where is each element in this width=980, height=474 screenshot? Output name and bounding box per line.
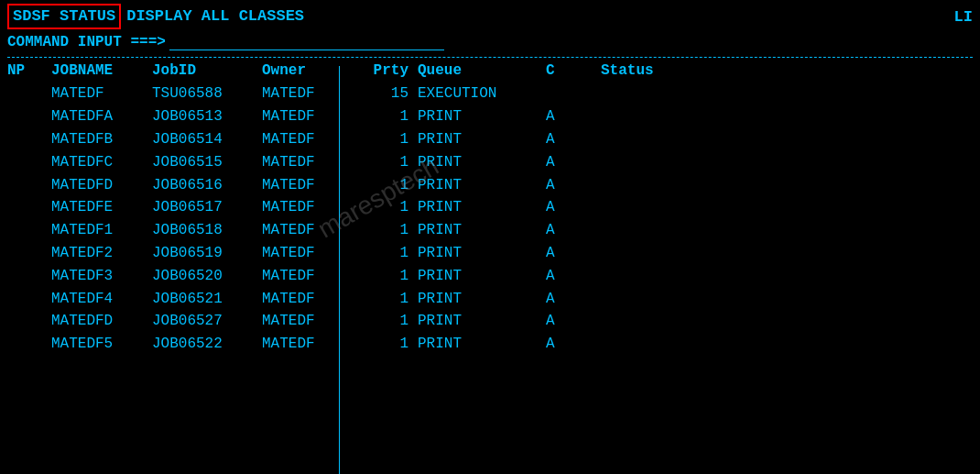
- cell-prty: 1: [363, 151, 418, 174]
- cell-queue: PRINT: [418, 128, 546, 151]
- cell-owner: MATEDF: [262, 333, 363, 356]
- cell-jobname: MATEDFA: [51, 105, 152, 128]
- cell-queue: EXECUTION: [418, 83, 546, 105]
- table-row[interactable]: MATEDFA JOB06513 MATEDF 1 PRINT A: [7, 105, 973, 128]
- cell-jobid: JOB06517: [152, 196, 262, 219]
- cell-c: A: [546, 242, 601, 265]
- cell-queue: PRINT: [418, 151, 546, 174]
- col-header-status: Status: [601, 60, 711, 83]
- col-header-jobid: JobID: [152, 60, 262, 83]
- cell-owner: MATEDF: [262, 151, 363, 174]
- cell-prty: 15: [363, 83, 418, 105]
- cell-jobid: JOB06516: [152, 174, 262, 197]
- command-label: COMMAND INPUT ===>: [7, 31, 166, 53]
- cell-jobname: MATEDF2: [51, 242, 152, 265]
- cell-queue: PRINT: [418, 219, 546, 242]
- cell-jobname: MATEDF4: [51, 288, 152, 311]
- cell-owner: MATEDF: [262, 288, 363, 311]
- cell-jobname: MATEDFB: [51, 128, 152, 151]
- col-header-np: NP: [7, 60, 51, 83]
- cell-prty: 1: [363, 310, 418, 333]
- cell-prty: 1: [363, 219, 418, 242]
- cell-prty: 1: [363, 105, 418, 128]
- cell-c: A: [546, 174, 601, 197]
- cell-jobid: JOB06521: [152, 288, 262, 311]
- cell-jobname: MATEDF5: [51, 333, 152, 356]
- table-row[interactable]: MATEDF3 JOB06520 MATEDF 1 PRINT A: [7, 265, 973, 288]
- cell-queue: PRINT: [418, 333, 546, 356]
- cell-prty: 1: [363, 265, 418, 288]
- cell-jobid: TSU06588: [152, 83, 262, 105]
- table-row[interactable]: MATEDFC JOB06515 MATEDF 1 PRINT A: [7, 151, 973, 174]
- cell-queue: PRINT: [418, 310, 546, 333]
- data-rows-container: MATEDF TSU06588 MATEDF 15 EXECUTION MATE…: [7, 83, 973, 356]
- cell-jobname: MATEDFD: [51, 174, 152, 197]
- cell-jobid: JOB06519: [152, 242, 262, 265]
- table-row[interactable]: MATEDF1 JOB06518 MATEDF 1 PRINT A: [7, 219, 973, 242]
- cell-c: A: [546, 265, 601, 288]
- cell-prty: 1: [363, 174, 418, 197]
- cell-jobid: JOB06515: [152, 151, 262, 174]
- cell-jobid: JOB06518: [152, 219, 262, 242]
- display-label: DISPLAY ALL CLASSES: [126, 5, 304, 28]
- cell-c: A: [546, 128, 601, 151]
- cell-c: A: [546, 151, 601, 174]
- table-row[interactable]: MATEDF2 JOB06519 MATEDF 1 PRINT A: [7, 242, 973, 265]
- cell-c: A: [546, 310, 601, 333]
- col-header-queue: Queue: [418, 60, 546, 83]
- cell-jobid: JOB06520: [152, 265, 262, 288]
- cell-c: A: [546, 105, 601, 128]
- table-row[interactable]: MATEDF5 JOB06522 MATEDF 1 PRINT A: [7, 333, 973, 356]
- horizontal-divider: [7, 57, 973, 58]
- cell-owner: MATEDF: [262, 219, 363, 242]
- cell-jobname: MATEDFC: [51, 151, 152, 174]
- col-header-c: C: [546, 60, 601, 83]
- cell-jobid: JOB06514: [152, 128, 262, 151]
- cell-jobname: MATEDF: [51, 83, 152, 105]
- cell-owner: MATEDF: [262, 128, 363, 151]
- cell-jobid: JOB06527: [152, 310, 262, 333]
- table-row[interactable]: MATEDF TSU06588 MATEDF 15 EXECUTION: [7, 83, 973, 105]
- cell-queue: PRINT: [418, 288, 546, 311]
- cell-prty: 1: [363, 128, 418, 151]
- command-line: COMMAND INPUT ===>: [7, 31, 973, 53]
- cell-prty: 1: [363, 242, 418, 265]
- cell-jobid: JOB06513: [152, 105, 262, 128]
- table-row[interactable]: MATEDFE JOB06517 MATEDF 1 PRINT A: [7, 196, 973, 219]
- cell-c: A: [546, 333, 601, 356]
- cell-owner: MATEDF: [262, 196, 363, 219]
- cell-jobname: MATEDF1: [51, 219, 152, 242]
- mainframe-screen: SDSF STATUS DISPLAY ALL CLASSES LI COMMA…: [0, 0, 980, 474]
- cell-prty: 1: [363, 196, 418, 219]
- cell-queue: PRINT: [418, 105, 546, 128]
- col-header-prty: Prty: [363, 60, 418, 83]
- cell-prty: 1: [363, 333, 418, 356]
- cell-owner: MATEDF: [262, 265, 363, 288]
- table-row[interactable]: MATEDFD JOB06516 MATEDF 1 PRINT A: [7, 174, 973, 197]
- table-row[interactable]: MATEDFD JOB06527 MATEDF 1 PRINT A: [7, 310, 973, 333]
- cell-jobname: MATEDF3: [51, 265, 152, 288]
- vertical-divider: [339, 66, 340, 474]
- cell-owner: MATEDF: [262, 105, 363, 128]
- table-row[interactable]: MATEDFB JOB06514 MATEDF 1 PRINT A: [7, 128, 973, 151]
- cell-c: A: [546, 219, 601, 242]
- title-line: SDSF STATUS DISPLAY ALL CLASSES LI: [7, 4, 973, 29]
- cell-owner: MATEDF: [262, 242, 363, 265]
- cell-queue: PRINT: [418, 196, 546, 219]
- cell-queue: PRINT: [418, 265, 546, 288]
- cell-jobname: MATEDFD: [51, 310, 152, 333]
- col-header-jobname: JOBNAME: [51, 60, 152, 83]
- cell-owner: MATEDF: [262, 83, 363, 105]
- cell-queue: PRINT: [418, 174, 546, 197]
- command-input[interactable]: [169, 33, 444, 50]
- col-header-owner: Owner: [262, 60, 363, 83]
- table-row[interactable]: MATEDF4 JOB06521 MATEDF 1 PRINT A: [7, 288, 973, 311]
- cell-queue: PRINT: [418, 242, 546, 265]
- cell-c: A: [546, 196, 601, 219]
- cell-jobname: MATEDFE: [51, 196, 152, 219]
- cell-owner: MATEDF: [262, 174, 363, 197]
- sdsf-status-label: SDSF STATUS: [7, 4, 121, 29]
- column-headers: NP JOBNAME JobID Owner Prty Queue C Stat…: [7, 60, 973, 83]
- cell-owner: MATEDF: [262, 310, 363, 333]
- cell-c: A: [546, 288, 601, 311]
